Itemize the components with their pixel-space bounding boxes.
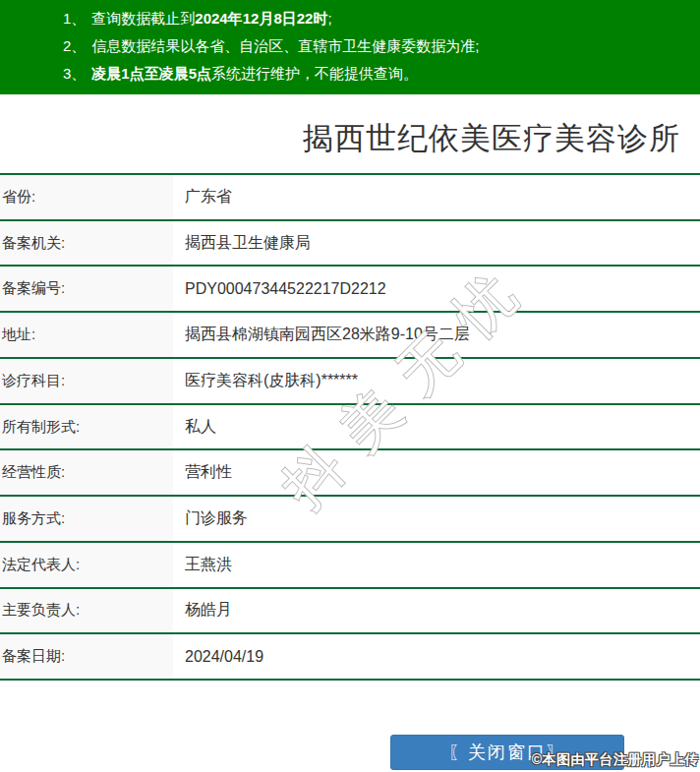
table-row: 诊疗科目:医疗美容科(皮肤科)****** <box>0 359 700 405</box>
field-value: 揭西县卫生健康局 <box>173 221 700 266</box>
field-label: 备案机关: <box>0 221 173 266</box>
notice-text: 查询数据截止到 <box>91 10 195 27</box>
notice-line-1: 1、查询数据截止到2024年12月8日22时; <box>63 5 700 32</box>
field-label: 经营性质: <box>0 450 173 495</box>
notice-text: 系统进行维护，不能提供查询。 <box>211 65 418 82</box>
table-row: 省份:广东省 <box>0 175 700 221</box>
table-row: 所有制形式:私人 <box>0 405 700 451</box>
field-label: 备案编号: <box>0 267 173 311</box>
notice-banner: 1、查询数据截止到2024年12月8日22时; 2、信息数据结果以各省、自治区、… <box>0 0 700 94</box>
field-value: 广东省 <box>173 175 700 219</box>
field-label: 地址: <box>0 313 173 357</box>
notice-text: 信息数据结果以各省、自治区、直辖市卫生健康委数据为准; <box>91 37 479 54</box>
table-row: 备案机关:揭西县卫生健康局 <box>0 221 700 267</box>
field-value: 揭西县棉湖镇南园西区28米路9-10号二层 <box>173 313 700 357</box>
table-row: 主要负责人:杨皓月 <box>0 589 700 635</box>
field-label: 备案日期: <box>0 634 173 679</box>
field-value: 营利性 <box>173 450 700 495</box>
table-row: 地址:揭西县棉湖镇南园西区28米路9-10号二层 <box>0 313 700 359</box>
table-row: 法定代表人:王燕洪 <box>0 543 700 589</box>
page-title: 揭西世纪依美医疗美容诊所 <box>303 118 680 159</box>
field-label: 法定代表人: <box>0 543 173 587</box>
field-value: 门诊服务 <box>173 497 700 541</box>
field-value: 杨皓月 <box>173 589 700 633</box>
record-table: 省份:广东省备案机关:揭西县卫生健康局备案编号:PDY0004734452221… <box>0 173 700 681</box>
notice-line-2: 2、信息数据结果以各省、自治区、直辖市卫生健康委数据为准; <box>63 32 700 60</box>
field-value: PDY00047344522217D2212 <box>173 267 700 311</box>
field-label: 所有制形式: <box>0 405 173 449</box>
notice-text: ; <box>327 10 331 27</box>
notice-number: 3、 <box>63 65 86 82</box>
table-row: 备案编号:PDY00047344522217D2212 <box>0 267 700 313</box>
uploader-copyright-stamp: ©本图由平台注册用户上传 <box>532 751 699 769</box>
field-label: 诊疗科目: <box>0 359 173 403</box>
field-label: 省份: <box>0 175 173 219</box>
table-row: 服务方式:门诊服务 <box>0 497 700 543</box>
table-row: 经营性质:营利性 <box>0 450 700 497</box>
field-value: 王燕洪 <box>173 543 700 587</box>
notice-number: 2、 <box>63 37 86 54</box>
record-query-window: 1、查询数据截止到2024年12月8日22时; 2、信息数据结果以各省、自治区、… <box>0 0 700 772</box>
notice-number: 1、 <box>63 10 86 27</box>
notice-text-bold: 2024年12月8日22时 <box>195 10 327 27</box>
field-label: 主要负责人: <box>0 589 173 633</box>
field-label: 服务方式: <box>0 497 173 541</box>
notice-line-3: 3、凌晨1点至凌晨5点系统进行维护，不能提供查询。 <box>63 60 700 88</box>
field-value: 医疗美容科(皮肤科)****** <box>173 359 700 403</box>
field-value: 2024/04/19 <box>173 634 700 679</box>
table-row: 备案日期:2024/04/19 <box>0 634 700 681</box>
notice-text-bold: 凌晨1点至凌晨5点 <box>91 65 211 82</box>
field-value: 私人 <box>173 405 700 449</box>
